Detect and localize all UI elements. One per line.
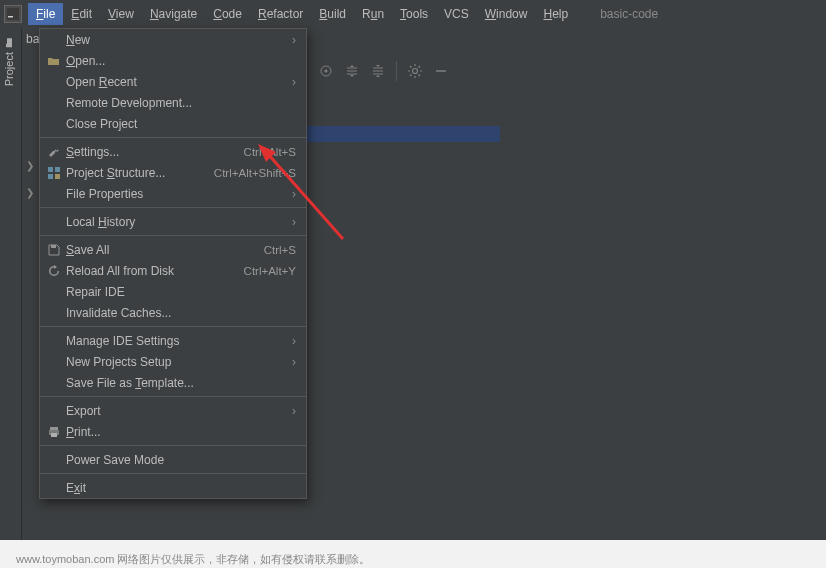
menu-item-label: Save All	[66, 243, 264, 257]
watermark-text: www.toymoban.com 网络图片仅供展示，非存储，如有侵权请联系删除。	[16, 552, 370, 567]
svg-point-3	[325, 70, 328, 73]
chevron-right-icon: ›	[292, 75, 296, 89]
menu-vcs[interactable]: VCS	[436, 3, 477, 25]
svg-rect-6	[55, 167, 60, 172]
save-icon	[46, 243, 62, 257]
menu-item-label: Exit	[66, 481, 296, 495]
ide-window: FileEditViewNavigateCodeRefactorBuildRun…	[0, 0, 826, 540]
print-icon	[46, 425, 62, 439]
menu-item-open[interactable]: Open...	[40, 50, 306, 71]
editor-toolbar	[308, 56, 459, 86]
menu-item-label: Local History	[66, 215, 292, 229]
menu-item-label: Print...	[66, 425, 296, 439]
menu-separator	[40, 326, 306, 327]
menu-code[interactable]: Code	[205, 3, 250, 25]
menu-item-print[interactable]: Print...	[40, 421, 306, 442]
menu-navigate[interactable]: Navigate	[142, 3, 205, 25]
menu-separator	[40, 207, 306, 208]
menu-shortcut: Ctrl+Alt+Y	[244, 265, 296, 277]
menu-item-label: Reload All from Disk	[66, 264, 244, 278]
menu-item-exit[interactable]: Exit	[40, 477, 306, 498]
menu-item-label: New Projects Setup	[66, 355, 292, 369]
svg-rect-8	[55, 174, 60, 179]
menu-shortcut: Ctrl+S	[264, 244, 296, 256]
menu-item-settings[interactable]: Settings...Ctrl+Alt+S	[40, 141, 306, 162]
chevron-right-icon[interactable]: ❯	[26, 187, 34, 198]
svg-point-4	[413, 69, 418, 74]
chevron-right-icon: ›	[292, 334, 296, 348]
menu-file[interactable]: File	[28, 3, 63, 25]
svg-rect-7	[48, 174, 53, 179]
window-title: basic-code	[600, 7, 658, 21]
menu-item-label: Repair IDE	[66, 285, 296, 299]
menu-item-export[interactable]: Export›	[40, 400, 306, 421]
svg-rect-12	[51, 433, 57, 437]
menu-item-label: Open Recent	[66, 75, 292, 89]
chevron-right-icon: ›	[292, 355, 296, 369]
collapse-all-icon[interactable]	[370, 63, 386, 79]
menu-tools[interactable]: Tools	[392, 3, 436, 25]
chevron-right-icon: ›	[292, 33, 296, 47]
menu-item-label: File Properties	[66, 187, 292, 201]
menu-item-power-save-mode[interactable]: Power Save Mode	[40, 449, 306, 470]
reload-icon	[46, 264, 62, 278]
menu-item-label: Export	[66, 404, 292, 418]
target-icon[interactable]	[318, 63, 334, 79]
menubar: FileEditViewNavigateCodeRefactorBuildRun…	[0, 0, 826, 28]
menu-item-file-properties[interactable]: File Properties›	[40, 183, 306, 204]
menu-item-invalidate-caches[interactable]: Invalidate Caches...	[40, 302, 306, 323]
menu-help[interactable]: Help	[535, 3, 576, 25]
menu-run[interactable]: Run	[354, 3, 392, 25]
menu-item-label: Open...	[66, 54, 296, 68]
menu-view[interactable]: View	[100, 3, 142, 25]
menu-item-label: New	[66, 33, 292, 47]
wrench-icon	[46, 145, 62, 159]
menu-item-label: Settings...	[66, 145, 244, 159]
menu-item-save-file-as-template[interactable]: Save File as Template...	[40, 372, 306, 393]
menu-item-label: Manage IDE Settings	[66, 334, 292, 348]
menu-shortcut: Ctrl+Alt+S	[244, 146, 296, 158]
chevron-right-icon: ›	[292, 404, 296, 418]
menu-build[interactable]: Build	[311, 3, 354, 25]
menu-item-label: Remote Development...	[66, 96, 296, 110]
svg-rect-0	[7, 8, 19, 20]
menu-shortcut: Ctrl+Alt+Shift+S	[214, 167, 296, 179]
menu-separator	[40, 396, 306, 397]
menu-separator	[40, 445, 306, 446]
menu-item-label: Invalidate Caches...	[66, 306, 296, 320]
chevron-right-icon[interactable]: ❯	[26, 160, 34, 171]
chevron-right-icon: ›	[292, 187, 296, 201]
menu-item-new[interactable]: New›	[40, 29, 306, 50]
menu-item-open-recent[interactable]: Open Recent›	[40, 71, 306, 92]
minimize-icon[interactable]	[433, 63, 449, 79]
menu-item-close-project[interactable]: Close Project	[40, 113, 306, 134]
menu-item-local-history[interactable]: Local History›	[40, 211, 306, 232]
menu-item-reload-all-from-disk[interactable]: Reload All from DiskCtrl+Alt+Y	[40, 260, 306, 281]
svg-rect-9	[51, 245, 56, 248]
project-tab-label: Project	[3, 52, 15, 86]
menu-item-manage-ide-settings[interactable]: Manage IDE Settings›	[40, 330, 306, 351]
menu-item-label: Project Structure...	[66, 166, 214, 180]
menu-separator	[40, 235, 306, 236]
menu-separator	[40, 137, 306, 138]
svg-rect-5	[48, 167, 53, 172]
menu-item-label: Save File as Template...	[66, 376, 296, 390]
expand-all-icon[interactable]	[344, 63, 360, 79]
left-sidebar: Project	[0, 28, 22, 540]
menu-item-project-structure[interactable]: Project Structure...Ctrl+Alt+Shift+S	[40, 162, 306, 183]
menu-edit[interactable]: Edit	[63, 3, 100, 25]
breadcrumb: basi	[22, 28, 40, 50]
structure-icon	[46, 166, 62, 180]
menu-window[interactable]: Window	[477, 3, 536, 25]
menu-item-remote-development[interactable]: Remote Development...	[40, 92, 306, 113]
menu-item-repair-ide[interactable]: Repair IDE	[40, 281, 306, 302]
folder-icon	[46, 54, 62, 68]
menu-item-label: Power Save Mode	[66, 453, 296, 467]
gear-icon[interactable]	[407, 63, 423, 79]
folder-icon	[3, 36, 15, 48]
menu-item-new-projects-setup[interactable]: New Projects Setup›	[40, 351, 306, 372]
menu-separator	[40, 473, 306, 474]
menu-item-save-all[interactable]: Save AllCtrl+S	[40, 239, 306, 260]
menu-refactor[interactable]: Refactor	[250, 3, 311, 25]
project-tool-tab[interactable]: Project	[0, 28, 18, 94]
